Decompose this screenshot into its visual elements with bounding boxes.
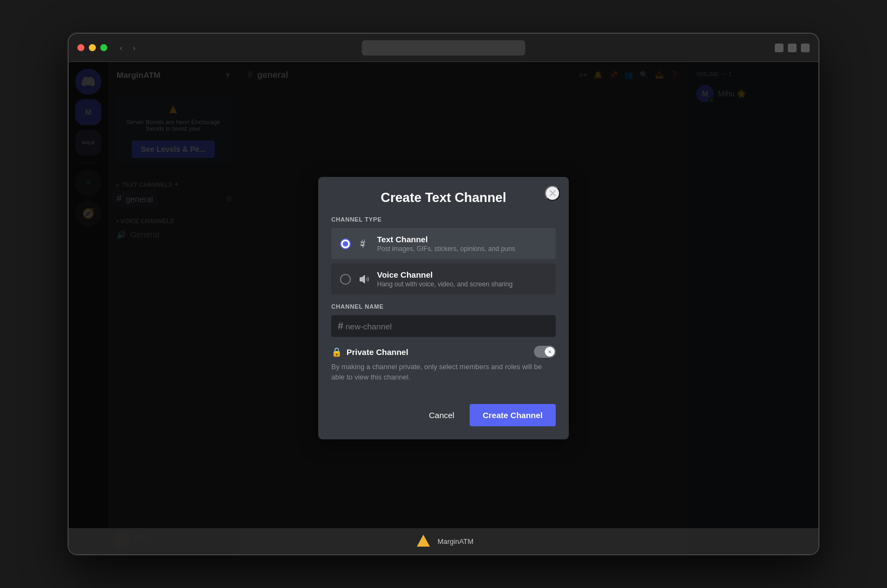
private-channel-text: Private Channel	[347, 347, 408, 357]
minimize-button[interactable]	[89, 44, 96, 51]
back-button[interactable]: ‹	[116, 43, 126, 53]
titlebar-icon-3	[801, 44, 810, 52]
create-channel-modal: ✕ Create Text Channel CHANNEL TYPE Te	[318, 177, 569, 439]
address-bar[interactable]	[362, 40, 525, 56]
text-channel-info: Text Channel Post images, GIFs, stickers…	[377, 235, 547, 253]
channel-name-label: CHANNEL NAME	[331, 303, 556, 310]
lock-icon: 🔒	[331, 347, 342, 357]
speaker-channel-icon	[357, 273, 370, 286]
hash-channel-icon	[357, 237, 370, 250]
private-channel-toggle[interactable]: ✕	[534, 346, 556, 358]
titlebar-icon-2	[788, 44, 797, 52]
modal-overlay: ✕ Create Text Channel CHANNEL TYPE Te	[69, 62, 818, 554]
toggle-x-icon: ✕	[548, 349, 552, 355]
app-content: M VALK + 🧭 MarginATM ▾	[69, 62, 818, 554]
svg-marker-0	[417, 535, 430, 547]
private-channel-row: 🔒 Private Channel ✕	[331, 346, 556, 358]
channel-name-input-wrapper: #	[331, 315, 556, 337]
private-channel-description: By making a channel private, only select…	[331, 362, 556, 382]
toggle-knob: ✕	[545, 347, 555, 357]
taskbar-app-icon[interactable]	[414, 531, 433, 551]
create-channel-button[interactable]: Create Channel	[470, 404, 556, 426]
titlebar-right	[775, 44, 810, 52]
voice-channel-name: Voice Channel	[377, 270, 547, 279]
channel-type-label: CHANNEL TYPE	[331, 216, 556, 223]
nav-buttons: ‹ ›	[116, 43, 139, 53]
channel-name-input[interactable]	[345, 322, 549, 331]
forward-button[interactable]: ›	[129, 43, 139, 53]
laptop-frame: ‹ › M VALK	[68, 33, 819, 555]
private-channel-section: 🔒 Private Channel ✕ By making a channel …	[331, 346, 556, 382]
cancel-button[interactable]: Cancel	[422, 406, 461, 424]
taskbar: MarginATM	[69, 528, 818, 554]
mac-titlebar: ‹ ›	[69, 34, 818, 62]
channel-name-section: CHANNEL NAME #	[331, 303, 556, 337]
voice-channel-radio	[340, 274, 351, 285]
maximize-button[interactable]	[100, 44, 107, 51]
voice-channel-info: Voice Channel Hang out with voice, video…	[377, 270, 547, 288]
text-channel-option[interactable]: Text Channel Post images, GIFs, stickers…	[331, 228, 556, 259]
voice-channel-desc: Hang out with voice, video, and screen s…	[377, 280, 547, 288]
modal-close-button[interactable]: ✕	[545, 186, 560, 201]
text-channel-name: Text Channel	[377, 235, 547, 244]
private-channel-label-text: 🔒 Private Channel	[331, 347, 534, 357]
text-channel-desc: Post images, GIFs, stickers, opinions, a…	[377, 245, 547, 253]
voice-channel-option[interactable]: Voice Channel Hang out with voice, video…	[331, 264, 556, 295]
hash-prefix-symbol: #	[338, 321, 343, 332]
modal-footer: Cancel Create Channel	[331, 395, 556, 426]
traffic-lights	[77, 44, 107, 51]
text-channel-radio	[340, 238, 351, 249]
titlebar-icon-1	[775, 44, 783, 52]
close-button[interactable]	[77, 44, 84, 51]
taskbar-app-label: MarginATM	[438, 537, 473, 546]
modal-title: Create Text Channel	[331, 190, 556, 205]
